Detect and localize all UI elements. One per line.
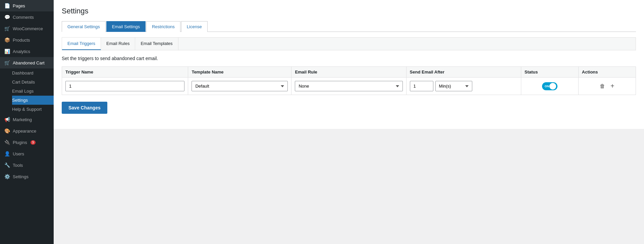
cell-trigger-name xyxy=(62,78,188,95)
settings-icon: ⚙️ xyxy=(4,174,10,180)
cell-send-after: Min(s) Hour(s) Day(s) xyxy=(406,78,521,95)
col-status: Status xyxy=(521,67,578,78)
comments-icon: 💬 xyxy=(4,14,10,20)
cell-template-name: Default xyxy=(188,78,291,95)
send-after-unit-select[interactable]: Min(s) Hour(s) Day(s) xyxy=(435,81,472,91)
cell-email-rule: None xyxy=(291,78,406,95)
col-trigger-name: Trigger Name xyxy=(62,67,188,78)
sidebar-item-dashboard[interactable]: Dashboard xyxy=(12,68,54,78)
toggle-knob xyxy=(549,83,556,90)
subtab-email-triggers[interactable]: Email Triggers xyxy=(62,38,101,50)
col-email-rule: Email Rule xyxy=(291,67,406,78)
table-row: Default None Min(s) Hour(s) xyxy=(62,78,636,95)
sub-tabs: Email Triggers Email Rules Email Templat… xyxy=(62,37,636,50)
trigger-name-input[interactable] xyxy=(65,81,184,91)
appearance-icon: 🎨 xyxy=(4,128,10,134)
email-rule-select[interactable]: None xyxy=(295,81,402,91)
send-after-number-input[interactable] xyxy=(410,81,433,91)
products-icon: 📦 xyxy=(4,37,10,43)
sidebar-item-woocommerce[interactable]: 🛒 WooCommerce xyxy=(0,23,54,34)
cell-actions: 🗑 + xyxy=(578,78,636,95)
tab-email-settings[interactable]: Email Settings xyxy=(106,21,146,32)
sidebar-item-products[interactable]: 📦 Products xyxy=(0,34,54,46)
sidebar-item-abandoned-cart[interactable]: 🛒 Abandoned Cart xyxy=(0,57,54,68)
col-template-name: Template Name xyxy=(188,67,291,78)
plugins-badge: 9 xyxy=(31,140,36,145)
sidebar-item-email-logs[interactable]: Email Logs xyxy=(12,87,54,96)
template-name-select[interactable]: Default xyxy=(192,81,288,91)
sidebar-item-pages[interactable]: 📄 Pages xyxy=(0,0,54,11)
sidebar-item-cart-details[interactable]: Cart Details xyxy=(12,78,54,87)
pages-icon: 📄 xyxy=(4,3,10,9)
sidebar-submenu: Dashboard Cart Details Email Logs Settin… xyxy=(0,68,54,114)
sidebar-item-tools[interactable]: 🔧 Tools xyxy=(0,159,54,171)
analytics-icon: 📊 xyxy=(4,48,10,54)
sidebar-item-settings-main[interactable]: ⚙️ Settings xyxy=(0,171,54,182)
send-after-wrap: Min(s) Hour(s) Day(s) xyxy=(410,81,518,91)
page-description: Set the triggers to send abandoned cart … xyxy=(62,56,636,61)
sidebar-item-marketing[interactable]: 📢 Marketing xyxy=(0,114,54,125)
woocommerce-icon: 🛒 xyxy=(4,26,10,32)
trigger-table: Trigger Name Template Name Email Rule Se… xyxy=(62,66,636,95)
actions-wrap: 🗑 + xyxy=(582,81,632,91)
sidebar-item-appearance[interactable]: 🎨 Appearance xyxy=(0,125,54,137)
delete-row-button[interactable]: 🗑 xyxy=(598,82,606,91)
sidebar-item-analytics[interactable]: 📊 Analytics xyxy=(0,46,54,57)
plugins-icon: 🔌 xyxy=(4,139,10,145)
status-toggle[interactable]: ON xyxy=(542,82,557,90)
sidebar-item-help-support[interactable]: Help & Support xyxy=(12,105,54,114)
add-row-button[interactable]: + xyxy=(609,81,616,91)
page-title: Settings xyxy=(62,7,636,15)
tab-restrictions[interactable]: Restrictions xyxy=(146,21,180,32)
sidebar-item-users[interactable]: 👤 Users xyxy=(0,148,54,159)
lower-grey-area xyxy=(54,129,644,244)
users-icon: 👤 xyxy=(4,151,10,157)
content-area: Settings General Settings Email Settings… xyxy=(54,0,644,129)
col-send-after: Send Email After xyxy=(406,67,521,78)
sidebar-item-settings[interactable]: Settings xyxy=(12,96,54,105)
tools-icon: 🔧 xyxy=(4,162,10,168)
tab-license[interactable]: License xyxy=(181,21,208,32)
subtab-email-rules[interactable]: Email Rules xyxy=(101,38,135,50)
sidebar-item-plugins[interactable]: 🔌 Plugins 9 xyxy=(0,137,54,148)
main-content: Settings General Settings Email Settings… xyxy=(54,0,644,244)
sidebar-item-comments[interactable]: 💬 Comments xyxy=(0,11,54,23)
subtab-email-templates[interactable]: Email Templates xyxy=(135,38,178,50)
save-changes-button[interactable]: Save Changes xyxy=(62,102,107,114)
top-tabs: General Settings Email Settings Restrict… xyxy=(62,21,636,32)
status-toggle-wrap: ON xyxy=(525,82,575,90)
tab-general[interactable]: General Settings xyxy=(62,21,106,32)
marketing-icon: 📢 xyxy=(4,116,10,123)
cell-status: ON xyxy=(521,78,578,95)
toggle-on-label: ON xyxy=(545,85,549,88)
col-actions: Actions xyxy=(578,67,636,78)
sidebar: 📄 Pages 💬 Comments 🛒 WooCommerce 📦 Produ… xyxy=(0,0,54,244)
abandoned-cart-icon: 🛒 xyxy=(4,60,10,66)
